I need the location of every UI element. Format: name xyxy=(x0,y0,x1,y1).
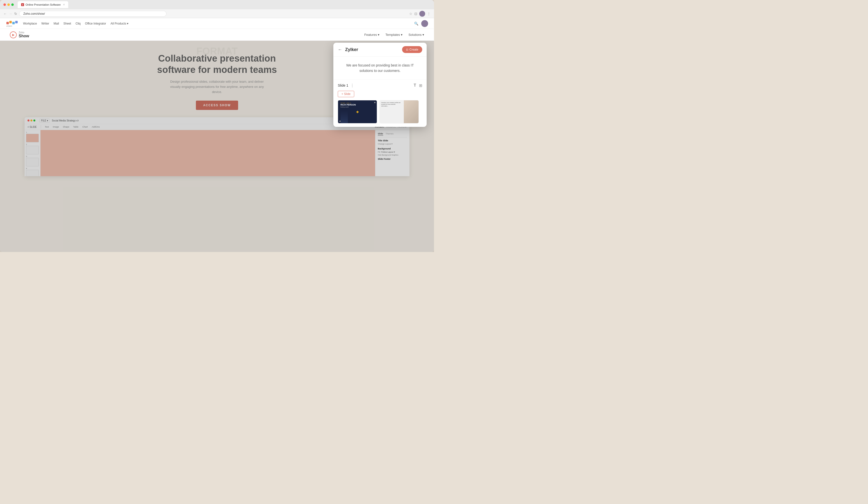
zoho-nav-right: 🔍 xyxy=(414,20,428,27)
show-nav-solutions[interactable]: Solutions ▾ xyxy=(409,33,424,36)
popup-add-slide-button[interactable]: + Slide xyxy=(338,91,354,97)
zoho-nav-links: Workplace Writer Mail Sheet Cliq Office … xyxy=(23,22,128,25)
show-nav-templates[interactable]: Templates ▾ xyxy=(385,33,403,36)
website-content: ZOHO Workplace Writer Mail Sheet Cliq Of… xyxy=(0,18,434,252)
refresh-button[interactable]: ↻ xyxy=(14,12,17,16)
browser-actions: ☆ ⊡ ⋮ xyxy=(409,11,431,17)
show-nav-features[interactable]: Features ▾ xyxy=(364,33,380,36)
zoho-logo[interactable]: ZOHO xyxy=(6,20,18,27)
maximize-traffic-light[interactable] xyxy=(11,3,14,6)
user-avatar xyxy=(421,20,428,27)
popup-create-button[interactable]: ⊡ Create xyxy=(402,46,422,53)
more-button[interactable]: ⋮ xyxy=(427,12,431,16)
traffic-lights xyxy=(3,3,14,6)
back-button[interactable]: ← xyxy=(3,12,7,16)
svg-rect-2 xyxy=(12,22,15,24)
popup-back-button[interactable]: ← xyxy=(338,47,342,52)
show-nav-items: Features ▾ Templates ▾ Solutions ▾ xyxy=(364,33,424,36)
show-logo-text: Zoho Show xyxy=(19,31,29,38)
popup-header: ← Zylker ⊡ Create xyxy=(333,43,427,57)
minimize-traffic-light[interactable] xyxy=(7,3,10,6)
popup-slide-header: Slide 1 ⋮ T ⊞ xyxy=(338,83,422,88)
popup-description-text: We are focused on providing best in clas… xyxy=(341,63,419,74)
popup-slide-thumb-1[interactable]: ◆ ◆ THINK LIKE A RICH PERSON Building we… xyxy=(338,100,377,124)
popup-description: We are focused on providing best in clas… xyxy=(333,57,427,80)
share-button[interactable]: ⊡ xyxy=(414,12,417,16)
svg-rect-3 xyxy=(15,21,18,23)
browser-toolbar: ← → ↻ Zoho.com/show/ ☆ ⊡ ⋮ xyxy=(0,9,434,18)
search-button[interactable]: 🔍 xyxy=(414,22,418,25)
main-content: FORMAT Collaborative presentation softwa… xyxy=(0,41,434,252)
slide-2-text: Introduce your company profile and inclu… xyxy=(381,102,403,107)
nav-sheet[interactable]: Sheet xyxy=(63,22,71,25)
svg-rect-0 xyxy=(7,22,9,24)
show-logo-icon: ▶ xyxy=(10,31,17,38)
close-traffic-light[interactable] xyxy=(3,3,6,6)
browser-tab[interactable]: Z Online Presentation Software × xyxy=(18,1,68,8)
popup-slide-thumb-2[interactable]: Introduce your company profile and inclu… xyxy=(380,100,419,124)
tab-close-icon[interactable]: × xyxy=(63,3,65,7)
nav-workplace[interactable]: Workplace xyxy=(23,22,37,25)
url-bar[interactable]: Zoho.com/show/ xyxy=(19,11,166,17)
nav-mail[interactable]: Mail xyxy=(53,22,59,25)
forward-button[interactable]: → xyxy=(9,12,12,16)
svg-text:ZOHO: ZOHO xyxy=(7,25,12,27)
person-image xyxy=(404,101,418,123)
svg-rect-1 xyxy=(9,21,12,23)
popup-text-icon[interactable]: T xyxy=(414,83,416,88)
tab-favicon: Z xyxy=(21,3,24,6)
diamond-icon-top-right: ◆ xyxy=(374,101,375,104)
building-wealth-text: Building wealth xyxy=(340,106,356,108)
nav-all-products[interactable]: All Products ▾ xyxy=(111,22,128,25)
nav-office-integrator[interactable]: Office Integrator xyxy=(85,22,106,25)
show-logo[interactable]: ▶ Zoho Show xyxy=(10,31,29,38)
popup-slide-menu-icon[interactable]: ⋮ xyxy=(350,83,354,88)
browser-window: Z Online Presentation Software × ← → ↻ Z… xyxy=(0,0,434,252)
slide-2-content: Introduce your company profile and inclu… xyxy=(381,102,403,107)
browser-avatar xyxy=(419,11,425,17)
popup-title: Zylker xyxy=(345,47,358,52)
popup-panel: ← Zylker ⊡ Create We are focused on prov… xyxy=(333,43,427,127)
rich-person-text: RICH PERSON xyxy=(340,104,356,106)
show-sitenav: ▶ Zoho Show Features ▾ Templates ▾ Solut… xyxy=(0,29,434,41)
slide-1-content: THINK LIKE A RICH PERSON Building wealth xyxy=(340,102,356,108)
center-diamond: ◆ xyxy=(356,110,359,114)
browser-titlebar: Z Online Presentation Software × xyxy=(0,0,434,9)
popup-slides-row: ◆ ◆ THINK LIKE A RICH PERSON Building we… xyxy=(338,100,422,124)
create-label: Create xyxy=(410,48,418,51)
popup-slide-actions: T ⊞ xyxy=(414,83,422,88)
popup-image-icon[interactable]: ⊞ xyxy=(419,83,422,88)
popup-slide-1-label: Slide 1 xyxy=(338,83,348,87)
create-icon: ⊡ xyxy=(406,48,408,51)
nav-cliq[interactable]: Cliq xyxy=(76,22,81,25)
tab-title: Online Presentation Software xyxy=(25,3,61,6)
nav-writer[interactable]: Writer xyxy=(41,22,49,25)
star-button[interactable]: ☆ xyxy=(409,12,412,16)
zoho-topnav: ZOHO Workplace Writer Mail Sheet Cliq Of… xyxy=(0,18,434,29)
man-silhouette xyxy=(340,111,348,123)
popup-slide-section: Slide 1 ⋮ T ⊞ + Slide ◆ xyxy=(333,80,427,127)
